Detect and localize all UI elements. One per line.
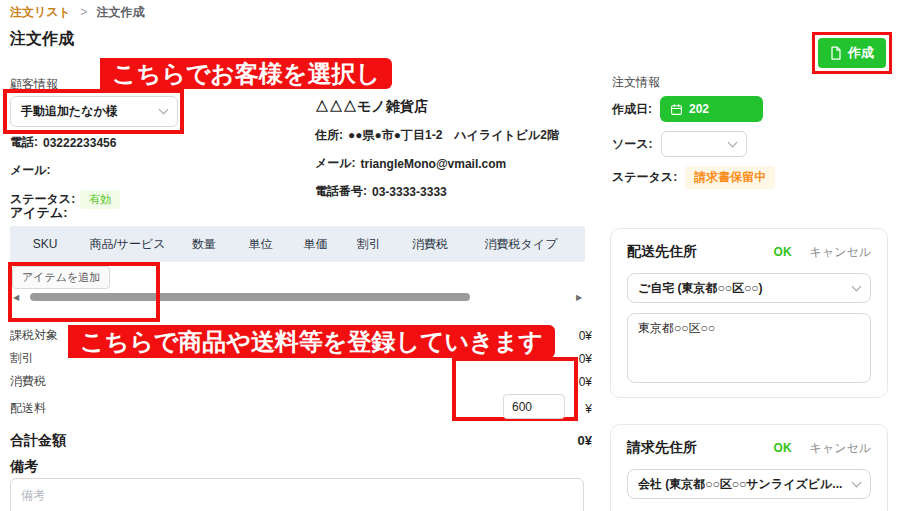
- billing-address-header: 請求先住所 OK キャンセル: [627, 439, 871, 457]
- discount-value: 0¥: [579, 352, 592, 366]
- created-date-button[interactable]: 202: [660, 96, 763, 122]
- shipping-fee-input[interactable]: [503, 394, 565, 419]
- annotation-rect-shipping-fee: [452, 357, 578, 421]
- shipping-address-card: 配送先住所 OK キャンセル ご自宅 (東京都○○区○○) 東京都○○区○○: [610, 228, 888, 398]
- store-address-value: ●●県●市●丁目1-2 ハイライトビル2階: [348, 127, 559, 144]
- column-header-unit: 単位: [233, 236, 288, 253]
- order-status-row: ステータス: 請求書保留中: [612, 166, 882, 189]
- annotation-select-customer: こちらでお客様を選択し: [100, 58, 392, 89]
- store-email-value: triangleMono@vmail.com: [361, 157, 507, 171]
- customer-select-value: 手動追加たなか様: [21, 103, 118, 120]
- column-header-quantity: 数量: [175, 236, 233, 253]
- store-phone-label: 電話番号:: [315, 183, 367, 200]
- source-select[interactable]: [661, 131, 747, 157]
- order-source-label: ソース:: [612, 136, 653, 153]
- shipping-address-select[interactable]: ご自宅 (東京都○○区○○): [627, 273, 871, 303]
- store-phone-value: 03-3333-3333: [372, 185, 447, 199]
- total-row-grand: 合計金額 0¥: [10, 427, 592, 454]
- customer-email-row: メール:: [10, 162, 120, 179]
- annotation-rect-create: 作成: [812, 32, 892, 74]
- order-status-badge: 請求書保留中: [685, 166, 775, 189]
- shipping-label: 配送料: [10, 400, 46, 417]
- shipping-address-title: 配送先住所: [627, 243, 774, 261]
- customer-phone-value: 03222233456: [43, 136, 116, 150]
- shipping-address-header: 配送先住所 OK キャンセル: [627, 243, 871, 261]
- shipping-address-ok-button[interactable]: OK: [774, 245, 792, 259]
- breadcrumb: 注文リスト > 注文作成: [10, 4, 145, 21]
- notes-label: 備考: [10, 458, 38, 476]
- calendar-icon: [670, 103, 683, 116]
- items-section-label: アイテム:: [10, 204, 68, 222]
- customer-section-label: 顧客情報: [10, 76, 58, 93]
- store-email-row: メール: triangleMono@vmail.com: [315, 155, 559, 172]
- shipping-currency: ¥: [585, 402, 592, 416]
- scrollbar-track[interactable]: [22, 293, 573, 301]
- shipping-address-textarea[interactable]: 東京都○○区○○: [627, 313, 871, 383]
- store-name: △△△モノ雑貨店: [315, 98, 559, 116]
- column-header-product: 商品/サービス: [80, 236, 175, 253]
- horizontal-scrollbar[interactable]: ◀ ▶: [10, 290, 585, 304]
- customer-status-badge: 有効: [80, 190, 120, 209]
- store-email-label: メール:: [315, 155, 356, 172]
- customer-phone-row: 電話: 03222233456: [10, 134, 120, 151]
- column-header-unit-price: 単価: [288, 236, 343, 253]
- grand-total-label: 合計金額: [10, 432, 66, 450]
- billing-address-cancel-button[interactable]: キャンセル: [810, 440, 871, 457]
- billing-address-card: 請求先住所 OK キャンセル 会社 (東京都○○区○○サンライズビル...: [610, 424, 888, 511]
- page-title: 注文作成: [10, 29, 74, 50]
- chevron-down-icon: [852, 281, 862, 291]
- column-header-tax-type: 消費税タイプ: [465, 236, 577, 253]
- discount-label: 割引: [10, 350, 34, 367]
- chevron-down-icon: [727, 137, 737, 147]
- grand-total-value: 0¥: [578, 433, 592, 448]
- create-button[interactable]: 作成: [818, 38, 886, 68]
- shipping-address-select-value: ご自宅 (東京都○○区○○): [638, 280, 769, 297]
- scrollbar-thumb[interactable]: [30, 293, 470, 301]
- taxable-value: 0¥: [579, 329, 592, 343]
- created-date-value: 202: [689, 102, 709, 116]
- column-header-tax: 消費税: [395, 236, 465, 253]
- store-phone-row: 電話番号: 03-3333-3333: [315, 183, 559, 200]
- store-address-row: 住所: ●●県●市●丁目1-2 ハイライトビル2階: [315, 127, 559, 144]
- column-header-discount: 割引: [343, 236, 395, 253]
- scroll-right-icon[interactable]: ▶: [573, 293, 585, 302]
- chevron-down-icon: [159, 105, 169, 115]
- customer-select[interactable]: 手動追加たなか様: [10, 96, 178, 127]
- tax-value: 0¥: [579, 375, 592, 389]
- order-created-label: 作成日:: [612, 101, 652, 118]
- store-address-label: 住所:: [315, 127, 343, 144]
- tax-label: 消費税: [10, 373, 46, 390]
- customer-email-label: メール:: [10, 162, 51, 179]
- customer-phone-label: 電話:: [10, 134, 38, 151]
- column-header-sku: SKU: [10, 237, 80, 251]
- billing-address-select[interactable]: 会社 (東京都○○区○○サンライズビル...: [627, 469, 871, 499]
- billing-address-select-value: 会社 (東京都○○区○○サンライズビル...: [638, 476, 848, 493]
- breadcrumb-current: 注文作成: [97, 5, 145, 19]
- order-source-row: ソース:: [612, 131, 882, 157]
- taxable-label: 課税対象: [10, 327, 58, 344]
- scroll-left-icon[interactable]: ◀: [10, 293, 22, 302]
- notes-textarea[interactable]: [10, 478, 584, 511]
- breadcrumb-order-list-link[interactable]: 注文リスト: [10, 5, 71, 19]
- billing-address-ok-button[interactable]: OK: [774, 441, 792, 455]
- add-item-button[interactable]: アイテムを追加: [12, 266, 110, 289]
- breadcrumb-separator: >: [80, 5, 87, 19]
- order-info-section-label: 注文情報: [612, 74, 660, 91]
- items-table-header: SKU 商品/サービス 数量 単位 単価 割引 消費税 消費税タイプ: [10, 226, 585, 262]
- annotation-register-items: こちらで商品や送料等を登録していきます: [68, 325, 555, 358]
- chevron-down-icon: [852, 477, 862, 487]
- document-icon: [830, 46, 842, 60]
- order-status-label: ステータス:: [612, 169, 677, 186]
- create-button-label: 作成: [848, 44, 874, 62]
- store-info: △△△モノ雑貨店 住所: ●●県●市●丁目1-2 ハイライトビル2階 メール: …: [315, 98, 559, 211]
- shipping-address-cancel-button[interactable]: キャンセル: [810, 244, 871, 261]
- order-info: 作成日: 202 ソース: ステータス: 請求書保留中: [612, 96, 882, 198]
- order-created-row: 作成日: 202: [612, 96, 882, 122]
- billing-address-title: 請求先住所: [627, 439, 774, 457]
